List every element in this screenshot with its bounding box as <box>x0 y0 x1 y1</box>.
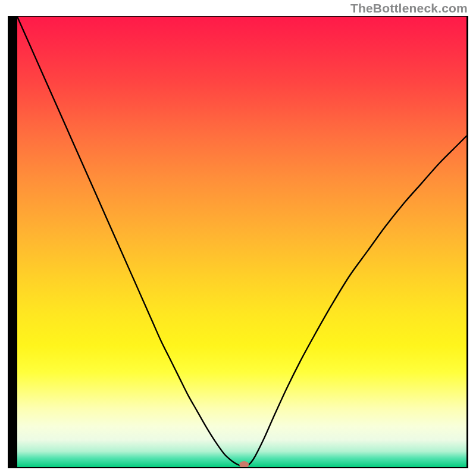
bottleneck-curve <box>17 17 466 466</box>
min-marker <box>239 461 249 467</box>
attribution-text: TheBottleneck.com <box>350 1 468 15</box>
curve-svg <box>17 17 466 467</box>
plot-area <box>17 17 466 467</box>
chart-frame <box>8 16 468 468</box>
